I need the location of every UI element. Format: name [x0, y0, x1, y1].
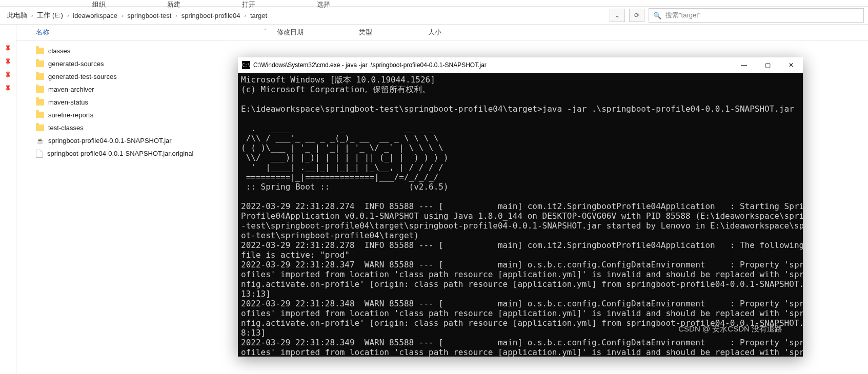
file-icon: [36, 150, 43, 158]
file-row[interactable]: classes: [36, 45, 868, 57]
folder-icon: [36, 48, 44, 54]
jar-icon: ☕: [36, 137, 44, 145]
folder-icon: [36, 73, 44, 80]
file-name: surefire-reports: [48, 111, 93, 119]
watermark: CSDN @ 安水CSDN 没有退路: [678, 324, 782, 334]
chevron-right-icon: ›: [245, 13, 246, 18]
file-name: generated-test-sources: [48, 73, 117, 80]
search-icon: 🔍: [653, 12, 661, 19]
file-name: generated-sources: [48, 60, 104, 68]
file-name: springboot-profile04-0.0.1-SNAPSHOT.jar: [48, 137, 172, 144]
chevron-right-icon: ›: [122, 13, 123, 18]
folder-icon: [36, 124, 44, 131]
file-name: test-classes: [48, 124, 84, 132]
close-button[interactable]: ✕: [779, 57, 803, 73]
breadcrumb-item[interactable]: springboot-profile04: [178, 10, 244, 22]
quick-access-rail: 📌 📌 📌 📌: [0, 25, 16, 374]
cmd-titlebar[interactable]: C:\ C:\Windows\System32\cmd.exe - java -…: [238, 57, 803, 73]
minimize-button[interactable]: —: [732, 57, 756, 73]
address-dropdown-button[interactable]: ⌄: [610, 9, 625, 22]
cmd-output[interactable]: Microsoft Windows [版本 10.0.19044.1526] (…: [238, 73, 803, 357]
sort-caret-icon: ˄: [264, 28, 267, 34]
refresh-button[interactable]: ⟳: [629, 9, 644, 22]
file-name: maven-status: [48, 98, 88, 106]
chevron-right-icon: ›: [31, 13, 33, 18]
column-date[interactable]: 修改日期: [277, 28, 359, 37]
ribbon-tabs: 组织 新建 打开 选择: [0, 0, 868, 6]
chevron-right-icon: ›: [67, 13, 69, 18]
breadcrumb-item[interactable]: target: [247, 10, 270, 22]
cmd-icon: C:\: [242, 61, 250, 69]
column-name[interactable]: 名称˄: [36, 28, 277, 37]
column-size[interactable]: 大小: [428, 28, 490, 37]
folder-icon: [36, 60, 44, 67]
chevron-right-icon: ›: [175, 13, 177, 18]
column-type[interactable]: 类型: [359, 28, 428, 37]
ribbon-tab[interactable]: 打开: [242, 0, 255, 6]
maximize-button[interactable]: ▢: [756, 57, 779, 73]
cmd-title: C:\Windows\System32\cmd.exe - java -jar …: [253, 61, 729, 69]
file-name: classes: [48, 47, 70, 55]
columns-header: 名称˄ 修改日期 类型 大小: [16, 25, 868, 40]
file-name: springboot-profile04-0.0.1-SNAPSHOT.jar.…: [47, 150, 193, 157]
cmd-window: C:\ C:\Windows\System32\cmd.exe - java -…: [238, 57, 803, 357]
breadcrumb-item[interactable]: 此电脑: [4, 9, 30, 22]
folder-icon: [36, 86, 44, 93]
search-input[interactable]: 🔍 搜索"target": [649, 8, 864, 23]
search-placeholder: 搜索"target": [665, 11, 700, 20]
breadcrumb-item[interactable]: springboot-test: [124, 10, 174, 22]
breadcrumb[interactable]: 此电脑› 工作 (E:)› ideaworkspace› springboot-…: [4, 9, 605, 22]
folder-icon: [36, 99, 44, 106]
pin-icon[interactable]: 📌: [3, 44, 13, 54]
pin-icon[interactable]: 📌: [3, 84, 13, 94]
file-name: maven-archiver: [48, 86, 94, 93]
ribbon-tab[interactable]: 新建: [167, 0, 180, 6]
ribbon-tab[interactable]: 选择: [317, 0, 330, 6]
breadcrumb-item[interactable]: ideaworkspace: [70, 10, 120, 22]
breadcrumb-item[interactable]: 工作 (E:): [34, 9, 66, 22]
ribbon-tab[interactable]: 组织: [92, 0, 106, 6]
folder-icon: [36, 112, 44, 118]
address-bar: 此电脑› 工作 (E:)› ideaworkspace› springboot-…: [0, 6, 868, 25]
pin-icon[interactable]: 📌: [3, 70, 13, 81]
pin-icon[interactable]: 📌: [3, 57, 13, 68]
